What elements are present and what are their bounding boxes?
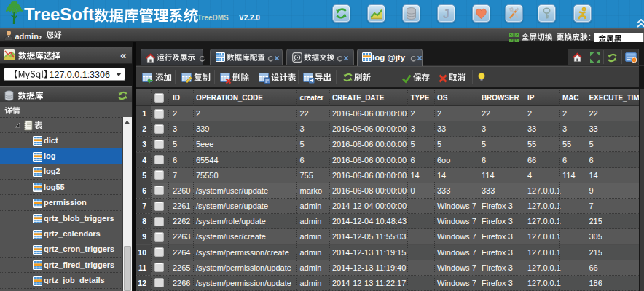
svg-text:J: J [443, 8, 449, 20]
